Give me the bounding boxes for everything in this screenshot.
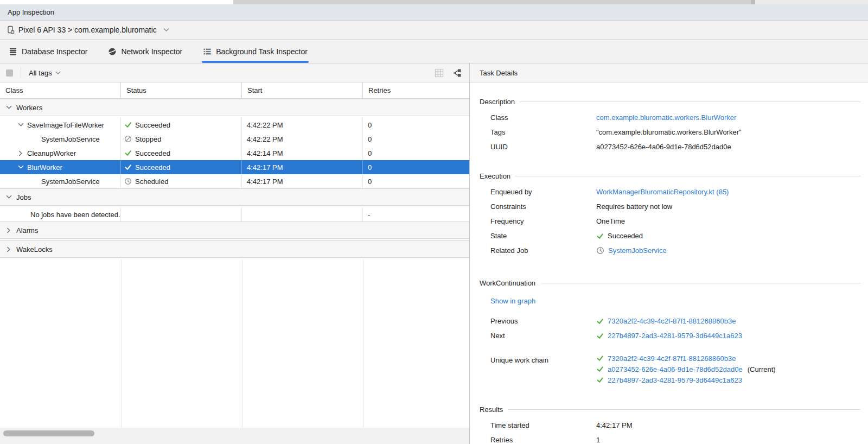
horizontal-scrollbar-thumb[interactable]	[3, 430, 94, 436]
constraints-value: Requires battery not low	[596, 202, 672, 211]
tab-database-inspector[interactable]: Database Inspector	[9, 40, 87, 63]
chevron-right-icon[interactable]	[16, 150, 25, 156]
previous-work-link[interactable]: 7320a2f2-4c39-4c2f-87f1-881268860b3e	[608, 317, 736, 325]
table-row-systemjobservice[interactable]: SystemJobService Stopped 4:42:22 PM 0	[0, 132, 469, 146]
class-cell: CleanupWorker	[27, 149, 76, 157]
retries-cell: 0	[368, 149, 372, 157]
retries-cell: 0	[368, 163, 372, 172]
graph-view-icon[interactable]	[452, 68, 462, 78]
group-row-wakelocks[interactable]: WakeLocks	[0, 240, 469, 258]
status-cell: Scheduled	[135, 177, 168, 186]
detail-row-time-started: Time started 4:42:17 PM	[490, 418, 860, 433]
chevron-down-icon[interactable]	[16, 165, 25, 169]
detail-label: Constraints	[490, 202, 596, 211]
detail-row-constraints: Constraints Requires battery not low	[490, 199, 860, 214]
chain-work-link[interactable]: 227b4897-2ad3-4281-9579-3d6449c1a623	[608, 376, 742, 384]
tab-label: Network Inspector	[121, 47, 182, 56]
detail-row-tags: Tags "com.example.bluromatic.workers.Blu…	[490, 125, 860, 139]
chevron-down-icon	[55, 71, 61, 75]
section-title: Description	[480, 98, 515, 106]
tab-background-task-inspector[interactable]: Background Task Inspector	[203, 40, 308, 63]
start-cell: 4:42:22 PM	[247, 121, 283, 129]
class-link[interactable]: com.example.bluromatic.workers.BlurWorke…	[596, 113, 736, 122]
section-workcontinuation: WorkContinuation	[480, 277, 860, 288]
detail-label: Next	[490, 332, 596, 340]
table-row-systemjobservice[interactable]: SystemJobService Scheduled 4:42:17 PM 0	[0, 174, 469, 188]
next-work-link[interactable]: 227b4897-2ad3-4281-9579-3d6449c1a623	[608, 332, 742, 340]
section-rule	[508, 409, 860, 410]
table-view-icon[interactable]	[435, 68, 444, 78]
chevron-down-icon[interactable]	[5, 195, 12, 199]
detail-row-related-job: Related Job SystemJobService	[490, 243, 860, 258]
detail-label: UUID	[490, 143, 596, 151]
tag-filter-dropdown[interactable]: All tags	[29, 69, 61, 77]
frequency-value: OneTime	[596, 217, 625, 225]
network-globe-icon	[108, 47, 117, 56]
stop-inspection-icon[interactable]	[6, 69, 13, 77]
column-header-retries[interactable]: Retries	[363, 83, 469, 98]
chevron-right-icon[interactable]	[5, 227, 12, 233]
status-cell: Succeeded	[135, 149, 170, 157]
succeeded-icon	[596, 365, 604, 373]
state-value: Succeeded	[608, 232, 643, 240]
enqueued-by-link[interactable]: WorkManagerBluromaticRepository.kt (85)	[596, 188, 729, 196]
start-cell: 4:42:17 PM	[247, 163, 283, 172]
chevron-down-icon[interactable]	[16, 123, 25, 127]
group-label: Alarms	[16, 226, 38, 234]
tab-network-inspector[interactable]: Network Inspector	[108, 40, 182, 63]
succeeded-icon	[596, 232, 604, 240]
chevron-right-icon[interactable]	[5, 246, 12, 252]
section-title: Results	[480, 405, 503, 414]
section-rule	[520, 102, 860, 102]
app-inspection-window: App Inspection Pixel 6 API 33 > com.exam…	[0, 0, 868, 444]
detail-label: Class	[490, 113, 596, 122]
status-cell: Stopped	[135, 135, 161, 143]
show-in-graph-link[interactable]: Show in graph	[490, 297, 535, 305]
column-header-class[interactable]: Class	[0, 83, 121, 98]
table-row-blurworker-selected[interactable]: BlurWorker Succeeded 4:42:17 PM 0	[0, 160, 469, 174]
column-header-start[interactable]: Start	[242, 83, 363, 98]
detail-row-unique-work-chain: Unique work chain 7320a2f2-4c39-4c2f-87f…	[490, 353, 860, 385]
device-selector-bar[interactable]: Pixel 6 API 33 > com.example.bluromatic	[0, 21, 868, 40]
detail-label: Frequency	[490, 217, 596, 225]
table-header-row: Class Status Start Retries	[0, 83, 469, 99]
column-header-status[interactable]: Status	[121, 83, 242, 98]
detail-label: Related Job	[490, 246, 596, 255]
chevron-down-icon[interactable]	[5, 105, 12, 110]
table-row-saveimagetofileworker[interactable]: SaveImageToFileWorker Succeeded 4:42:22 …	[0, 118, 469, 132]
retries-cell: 0	[368, 177, 372, 186]
succeeded-icon	[124, 163, 132, 171]
toolbar-separator	[21, 67, 21, 78]
detail-row-enqueued-by: Enqueued by WorkManagerBluromaticReposit…	[490, 185, 860, 199]
detail-row-uuid: UUID a0273452-626e-4a06-9d1e-78d6d52dad0…	[490, 139, 860, 154]
detail-label: Tags	[490, 128, 596, 136]
start-cell: 4:42:22 PM	[247, 135, 283, 143]
group-row-alarms[interactable]: Alarms	[0, 221, 469, 239]
detail-row-retries: Retries 1	[490, 433, 860, 444]
status-cell: Succeeded	[135, 121, 170, 129]
no-jobs-text: No jobs have been detected.	[30, 211, 120, 219]
succeeded-icon	[124, 121, 132, 129]
chain-work-link[interactable]: 7320a2f2-4c39-4c2f-87f1-881268860b3e	[608, 354, 736, 363]
class-cell: SystemJobService	[41, 135, 100, 143]
uuid-value: a0273452-626e-4a06-9d1e-78d6d52dad0e	[596, 143, 731, 151]
status-cell: Succeeded	[135, 163, 170, 172]
window-top-strip	[0, 0, 868, 4]
retries-cell: -	[368, 211, 370, 219]
group-row-jobs[interactable]: Jobs	[0, 188, 469, 206]
stopped-icon	[124, 135, 132, 143]
table-row-cleanupworker[interactable]: CleanupWorker Succeeded 4:42:14 PM 0	[0, 146, 469, 160]
panel-title: App Inspection	[8, 8, 54, 16]
table-row-no-jobs[interactable]: No jobs have been detected. -	[0, 207, 469, 221]
retries-cell: 0	[368, 121, 372, 129]
task-details-content: Description Class com.example.bluromatic…	[470, 83, 868, 444]
detail-label: Retries	[490, 436, 596, 444]
section-execution: Execution	[480, 170, 860, 181]
top-strip-segment	[233, 0, 751, 4]
horizontal-scrollbar-track[interactable]	[0, 428, 469, 444]
group-row-workers[interactable]: Workers	[0, 99, 469, 116]
task-list-icon	[203, 47, 212, 56]
related-job-link[interactable]: SystemJobService	[608, 246, 667, 255]
chain-work-link-current[interactable]: a0273452-626e-4a06-9d1e-78d6d52dad0e	[608, 365, 743, 373]
detail-row-class: Class com.example.bluromatic.workers.Blu…	[490, 110, 860, 125]
